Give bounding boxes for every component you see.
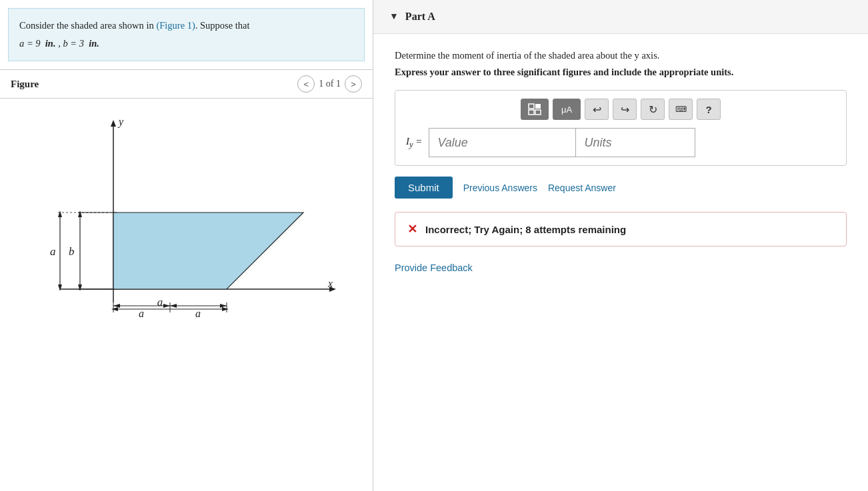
- figure-area: y x b a: [0, 99, 373, 326]
- value-input[interactable]: [429, 128, 575, 157]
- svg-marker-31: [58, 284, 62, 291]
- svg-marker-26: [170, 304, 177, 308]
- mu-button[interactable]: μA: [553, 99, 581, 120]
- svg-rect-34: [529, 104, 534, 109]
- answer-toolbar: μA ↩ ↪ ↻ ⌨ ?: [406, 99, 835, 120]
- figure-label: Figure: [11, 79, 39, 90]
- figure-link[interactable]: (Figure 1): [156, 20, 195, 31]
- prev-figure-button[interactable]: <: [297, 75, 315, 93]
- svg-text:y: y: [117, 116, 124, 128]
- svg-marker-6: [113, 213, 303, 289]
- svg-rect-36: [529, 110, 534, 115]
- svg-marker-11: [78, 284, 82, 291]
- units-input[interactable]: [575, 128, 695, 157]
- question-text: Determine the moment of inertia of the s…: [395, 50, 847, 61]
- input-row: Iy =: [406, 128, 835, 157]
- matrix-button[interactable]: [521, 99, 549, 120]
- incorrect-icon: ✕: [407, 222, 417, 237]
- question-instruction: Express your answer to three significant…: [395, 67, 847, 78]
- submit-button[interactable]: Submit: [395, 177, 453, 199]
- svg-marker-1: [111, 120, 116, 127]
- answer-container: μA ↩ ↪ ↻ ⌨ ? Iy =: [395, 90, 847, 166]
- next-figure-button[interactable]: >: [345, 75, 362, 93]
- action-row: Submit Previous Answers Request Answer: [395, 177, 847, 199]
- request-answer-link[interactable]: Request Answer: [548, 183, 616, 193]
- input-label: Iy =: [406, 136, 422, 150]
- problem-statement: Consider the shaded area shown in (Figur…: [8, 8, 365, 61]
- feedback-box: ✕ Incorrect; Try Again; 8 attempts remai…: [395, 212, 847, 246]
- problem-vars: a = 9 in. , b = 3 in.: [19, 36, 99, 51]
- svg-text:a: a: [50, 245, 56, 258]
- problem-intro2: . Suppose that: [195, 20, 250, 31]
- svg-marker-24: [163, 304, 170, 308]
- part-title: Part A: [405, 11, 435, 23]
- problem-intro: Consider the shaded area shown in: [19, 20, 156, 31]
- left-panel: Consider the shaded area shown in (Figur…: [0, 0, 373, 491]
- feedback-text: Incorrect; Try Again; 8 attempts remaini…: [425, 224, 626, 235]
- svg-rect-37: [535, 110, 541, 115]
- undo-button[interactable]: ↩: [585, 99, 609, 120]
- svg-text:a: a: [195, 308, 201, 319]
- svg-marker-10: [78, 211, 82, 217]
- keyboard-button[interactable]: ⌨: [669, 99, 693, 120]
- previous-answers-link[interactable]: Previous Answers: [463, 183, 537, 193]
- svg-rect-35: [535, 104, 541, 109]
- part-content: Determine the moment of inertia of the s…: [373, 34, 868, 290]
- svg-marker-27: [220, 304, 227, 308]
- svg-text:b: b: [69, 245, 75, 258]
- figure-svg: y x b a: [27, 109, 347, 316]
- svg-marker-16: [111, 307, 118, 311]
- help-button[interactable]: ?: [697, 99, 721, 120]
- redo-button[interactable]: ↪: [613, 99, 637, 120]
- svg-text:x: x: [327, 278, 333, 289]
- provide-feedback-link[interactable]: Provide Feedback: [395, 262, 473, 273]
- svg-marker-30: [58, 211, 62, 217]
- svg-text:a: a: [157, 296, 163, 308]
- svg-text:a: a: [139, 308, 144, 319]
- figure-header: Figure < 1 of 1 >: [0, 69, 373, 98]
- svg-marker-23: [113, 304, 120, 308]
- figure-nav: < 1 of 1 >: [297, 75, 362, 93]
- figure-page: 1 of 1: [319, 79, 341, 89]
- matrix-icon: [528, 103, 541, 115]
- svg-marker-17: [222, 307, 229, 311]
- refresh-button[interactable]: ↻: [641, 99, 665, 120]
- part-header: ▼ Part A: [373, 0, 868, 34]
- right-panel: ▼ Part A Determine the moment of inertia…: [373, 0, 868, 491]
- part-collapse-icon[interactable]: ▼: [389, 11, 399, 22]
